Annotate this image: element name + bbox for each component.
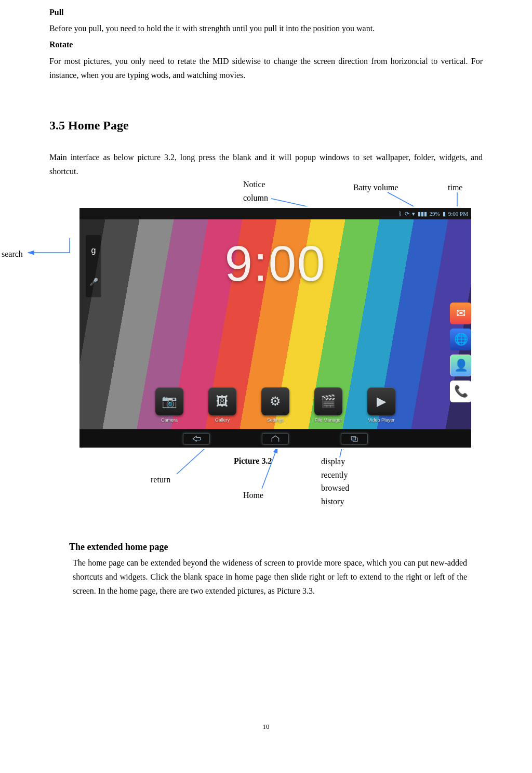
phone-app-icon[interactable]: 📞 — [450, 381, 471, 402]
label-search: search — [2, 247, 23, 261]
section-title: 3.5 Home Page — [49, 119, 483, 133]
settings-icon: ⚙ — [270, 394, 281, 409]
bluetooth-icon: ᛒ — [398, 211, 402, 217]
signal-icon: ▮▮▮ — [418, 211, 427, 217]
label-batty: Batty volume — [353, 181, 416, 194]
contacts-app-icon[interactable]: 👤 — [450, 355, 471, 376]
google-search-widget[interactable]: g 🎤 — [86, 235, 101, 297]
dock-app-label: Video Player — [368, 417, 395, 423]
extended-home-body: The home page can be extended beyond the… — [73, 556, 467, 598]
dock-app-videoplayer[interactable]: ▶ Video Player — [366, 387, 397, 423]
gallery-icon: 🖼 — [216, 394, 229, 409]
mic-icon: 🎤 — [89, 278, 98, 286]
recent-apps-button[interactable] — [341, 433, 368, 444]
recent-apps-icon — [349, 435, 360, 443]
dock-app-label: Gallery — [215, 417, 230, 423]
rotate-body: For most pictures, you only need to reta… — [49, 54, 483, 82]
label-recent: display recently browsed history — [321, 455, 368, 508]
dock-app-label: Camera — [161, 417, 178, 423]
app-dock: 📷 Camera 🖼 Gallery ⚙ Settings 🎬 File Man… — [154, 387, 397, 423]
home-body: Main interface as below picture 3.2, lon… — [49, 150, 483, 178]
dock-app-camera[interactable]: 📷 Camera — [154, 387, 185, 423]
file-manager-icon: 🎬 — [321, 394, 336, 409]
battery-icon: ▮ — [443, 211, 446, 217]
back-icon — [191, 435, 202, 443]
video-player-icon: ▶ — [377, 394, 386, 409]
pull-heading: Pull — [49, 5, 483, 19]
label-notice: Notice column — [243, 178, 285, 204]
svg-rect-0 — [351, 436, 355, 440]
dock-app-filemanager[interactable]: 🎬 File Manager — [313, 387, 344, 423]
extended-home-title: The extended home page — [69, 542, 483, 553]
back-button[interactable] — [183, 433, 210, 444]
browser-app-icon[interactable]: 🌐 — [450, 329, 471, 350]
wallpaper-area[interactable]: g 🎤 9:00 ✉ 🌐 👤 📞 📷 Camera 🖼 Gallery ⚙ Se… — [79, 219, 471, 429]
status-time: 9:00 PM — [448, 211, 468, 217]
navigation-bar — [79, 429, 471, 448]
dock-app-settings[interactable]: ⚙ Settings — [260, 387, 291, 423]
label-return: return — [151, 473, 170, 487]
home-button[interactable] — [262, 433, 289, 444]
dock-app-label: Settings — [267, 417, 284, 423]
messaging-app-icon[interactable]: ✉ — [450, 303, 471, 324]
dock-app-gallery[interactable]: 🖼 Gallery — [207, 387, 238, 423]
homescreen-screenshot: ᛒ ⟳ ▾ ▮▮▮ 29% ▮ 9:00 PM g 🎤 9:00 ✉ 🌐 👤 📞… — [78, 206, 473, 449]
status-bar[interactable]: ᛒ ⟳ ▾ ▮▮▮ 29% ▮ 9:00 PM — [79, 208, 471, 219]
clock-widget[interactable]: 9:00 — [225, 235, 326, 292]
pull-body: Before you pull, you need to hold the it… — [49, 21, 483, 35]
dock-app-label: File Manager — [315, 417, 342, 423]
refresh-icon: ⟳ — [405, 211, 409, 217]
page-number: 10 — [0, 723, 532, 731]
wifi-icon: ▾ — [412, 211, 415, 217]
home-icon — [270, 435, 281, 443]
rotate-heading: Rotate — [49, 37, 483, 51]
camera-icon: 📷 — [162, 394, 177, 409]
google-g-icon: g — [91, 246, 96, 255]
label-time: time — [448, 181, 462, 194]
svg-rect-1 — [353, 438, 357, 441]
figure-caption: Picture 3.2 — [234, 454, 272, 468]
battery-text: 29% — [430, 211, 440, 217]
label-home: Home — [243, 489, 263, 502]
